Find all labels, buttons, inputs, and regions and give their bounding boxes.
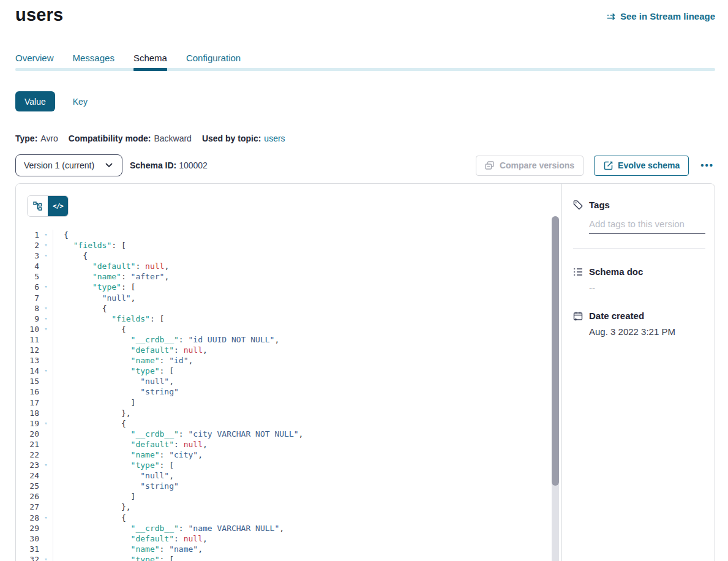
line-number: 24 xyxy=(16,470,39,481)
code-line: 12 "default": null, xyxy=(16,345,561,355)
key-toggle-button[interactable]: Key xyxy=(69,96,91,107)
schema-doc-section: Schema doc -- xyxy=(573,266,705,293)
more-options-button[interactable]: ••• xyxy=(699,160,715,171)
topic-link[interactable]: users xyxy=(264,134,285,143)
fold-arrow-icon[interactable]: ▾ xyxy=(39,282,53,292)
fold-gutter-spacer xyxy=(39,386,53,397)
line-number: 5 xyxy=(16,271,39,282)
code-text: { xyxy=(53,250,561,261)
code-text: }, xyxy=(53,408,561,418)
code-text: "default": null, xyxy=(53,345,561,355)
fold-gutter-spacer xyxy=(39,261,53,271)
version-select[interactable]: Version 1 (current) xyxy=(15,154,122,176)
schema-id-label: Schema ID: xyxy=(130,160,176,170)
tab-configuration[interactable]: Configuration xyxy=(186,53,241,63)
list-icon xyxy=(573,267,583,277)
fold-arrow-icon[interactable]: ▾ xyxy=(39,303,53,314)
schema-id: Schema ID: 100002 xyxy=(130,160,208,170)
code-line: 24 "null", xyxy=(16,470,561,481)
code-line: 6▾ "type": [ xyxy=(16,282,561,292)
code-line: 3▾ { xyxy=(16,250,561,261)
fold-arrow-icon[interactable]: ▾ xyxy=(39,314,53,324)
fold-gutter-spacer xyxy=(39,429,53,439)
fold-arrow-icon[interactable]: ▾ xyxy=(39,240,53,250)
fold-arrow-icon[interactable]: ▾ xyxy=(39,554,53,561)
code-line: 25 "string" xyxy=(16,481,561,491)
evolve-schema-button[interactable]: Evolve schema xyxy=(594,156,689,176)
fold-gutter-spacer xyxy=(39,271,53,282)
fold-gutter-spacer xyxy=(39,491,53,502)
version-actions: Compare versions Evolve schema ••• xyxy=(476,156,715,176)
line-number: 1 xyxy=(16,230,39,240)
tab-messages[interactable]: Messages xyxy=(73,53,114,63)
tab-schema[interactable]: Schema xyxy=(133,53,167,63)
fold-arrow-icon[interactable]: ▾ xyxy=(39,250,53,261)
fold-gutter-spacer xyxy=(39,376,53,386)
fold-arrow-icon[interactable]: ▾ xyxy=(39,513,53,523)
fold-arrow-icon[interactable]: ▾ xyxy=(39,418,53,429)
code-editor[interactable]: 1▾{2▾ "fields": [3▾ {4 "default": null,5… xyxy=(16,230,561,561)
schema-doc-heading: Schema doc xyxy=(589,266,643,277)
fold-arrow-icon[interactable]: ▾ xyxy=(39,324,53,334)
code-line: 9▾ "fields": [ xyxy=(16,314,561,324)
page-title: users xyxy=(15,4,63,26)
line-number: 11 xyxy=(16,334,39,345)
code-line: 5 "name": "after", xyxy=(16,271,561,282)
line-number: 19 xyxy=(16,418,39,429)
compare-versions-icon xyxy=(485,160,495,170)
version-select-value: Version 1 (current) xyxy=(24,160,94,170)
line-number: 23 xyxy=(16,460,39,470)
fold-arrow-icon[interactable]: ▾ xyxy=(39,366,53,376)
value-key-toggle: Value Key xyxy=(15,91,715,111)
code-line: 14▾ "type": [ xyxy=(16,366,561,376)
code-text: ] xyxy=(53,491,561,502)
scrollbar-thumb[interactable] xyxy=(552,216,559,486)
type-value: Avro xyxy=(40,134,58,143)
line-number: 21 xyxy=(16,439,39,450)
code-text: "name": "name", xyxy=(53,544,561,554)
line-number: 32 xyxy=(16,554,39,561)
page-header: users See in Stream lineage xyxy=(15,4,715,26)
scrollbar-track[interactable] xyxy=(552,216,559,561)
add-tags-input[interactable] xyxy=(589,217,705,234)
fold-arrow-icon[interactable]: ▾ xyxy=(39,230,53,240)
line-number: 17 xyxy=(16,397,39,408)
tab-overview[interactable]: Overview xyxy=(15,53,54,63)
active-tab-underline xyxy=(133,68,167,71)
fold-gutter-spacer xyxy=(39,481,53,491)
code-view-button[interactable]: </> xyxy=(48,196,68,216)
code-line: 13 "name": "id", xyxy=(16,355,561,366)
compatibility-value: Backward xyxy=(154,134,191,143)
line-number: 26 xyxy=(16,491,39,502)
value-toggle-button[interactable]: Value xyxy=(15,91,55,111)
type-label: Type: xyxy=(15,134,37,143)
tree-view-button[interactable] xyxy=(28,196,48,216)
line-number: 4 xyxy=(16,261,39,271)
code-text: { xyxy=(53,324,561,334)
tag-icon xyxy=(573,200,583,210)
stream-lineage-link[interactable]: See in Stream lineage xyxy=(606,11,715,21)
line-number: 8 xyxy=(16,303,39,314)
chevron-down-icon xyxy=(104,160,114,170)
code-line: 7 "null", xyxy=(16,293,561,303)
code-line: 16 "string" xyxy=(16,386,561,397)
code-line: 30 "default": null, xyxy=(16,533,561,544)
code-line: 29 "__crdb__": "name VARCHAR NULL", xyxy=(16,523,561,533)
code-text: "type": [ xyxy=(53,282,561,292)
fold-gutter-spacer xyxy=(39,533,53,544)
code-line: 15 "null", xyxy=(16,376,561,386)
sidebar-divider xyxy=(573,248,705,249)
line-number: 28 xyxy=(16,513,39,523)
tab-schema-label: Schema xyxy=(133,53,167,63)
fold-arrow-icon[interactable]: ▾ xyxy=(39,460,53,470)
code-text: { xyxy=(53,418,561,429)
compare-versions-button[interactable]: Compare versions xyxy=(476,156,584,176)
fold-gutter-spacer xyxy=(39,334,53,345)
stream-lineage-icon xyxy=(606,12,616,21)
line-number: 16 xyxy=(16,386,39,397)
code-line: 2▾ "fields": [ xyxy=(16,240,561,250)
fold-gutter-spacer xyxy=(39,397,53,408)
code-line: 18 }, xyxy=(16,408,561,418)
line-number: 9 xyxy=(16,314,39,324)
line-number: 29 xyxy=(16,523,39,533)
